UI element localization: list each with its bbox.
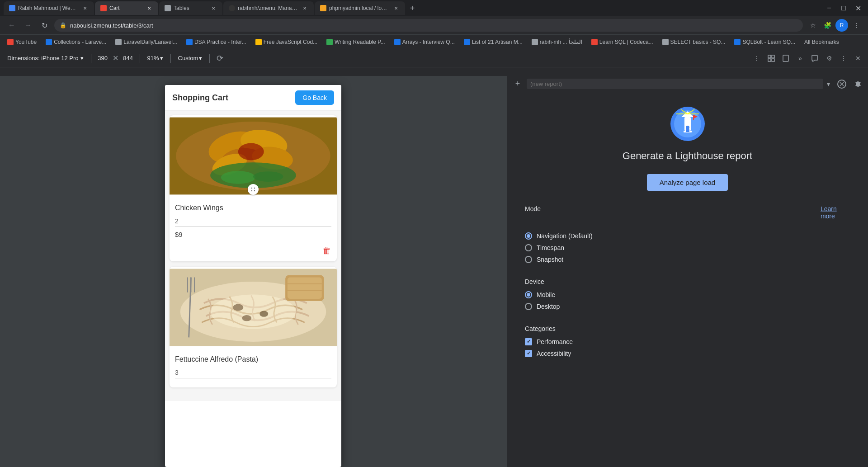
more-tools-button[interactable]: » [794, 52, 807, 65]
tab-close-2[interactable]: ✕ [146, 5, 153, 12]
svg-point-24 [259, 311, 268, 317]
bookmark-all[interactable]: All Bookmarks [801, 38, 843, 46]
bookmark-js[interactable]: Free JavaScript Cod... [252, 38, 321, 46]
close-devtools-button[interactable]: ✕ [852, 52, 864, 65]
bookmark-star-button[interactable]: ☆ [807, 19, 819, 32]
analyze-button[interactable]: Analyze page load [647, 174, 728, 191]
maximize-button[interactable]: □ [837, 2, 850, 14]
tab-1[interactable]: Rabih Mahmoud | Web Develop... ✕ [4, 1, 94, 15]
address-right-controls: ☆ 🧩 R ⋮ [807, 19, 863, 32]
bookmark-laraveldaily[interactable]: LaravelDaily/Laravel... [112, 38, 181, 46]
chat-button[interactable] [808, 52, 821, 65]
category-performance[interactable]: ✓ Performance [525, 338, 850, 345]
mode-navigation-radio[interactable] [525, 232, 532, 240]
height-input[interactable]: 844 [120, 55, 136, 61]
svg-point-23 [233, 304, 243, 311]
svg-rect-1 [772, 55, 774, 58]
custom-chevron-icon: ▾ [199, 55, 202, 61]
tab-close-3[interactable]: ✕ [210, 5, 217, 12]
bookmark-rabih[interactable]: rabih-mh ... الملجأ [528, 38, 586, 46]
category-accessibility-checkbox[interactable]: ✓ [525, 350, 532, 357]
bookmark-label-select: SELECT basics - SQ... [670, 39, 726, 45]
device-desktop[interactable]: Desktop [525, 303, 850, 310]
new-report-input[interactable] [527, 79, 823, 89]
custom-selector[interactable]: Custom ▾ [175, 53, 206, 63]
bookmark-label-dsa: DSA Practice - Inter... [194, 39, 246, 45]
tab-2[interactable]: Cart ✕ [95, 1, 158, 15]
device-mobile-radio[interactable] [525, 291, 532, 298]
tab-close-4[interactable]: ✕ [301, 5, 308, 12]
bookmark-label-sql: Learn SQL | Codeca... [599, 39, 653, 45]
bookmark-arrays[interactable]: Arrays - Interview Q... [391, 38, 458, 46]
bookmark-sqlbolt[interactable]: SQLBolt - Learn SQ... [731, 38, 799, 46]
zoom-value: 91% [147, 55, 159, 61]
forward-button[interactable]: → [22, 19, 34, 32]
mode-snapshot[interactable]: Snapshot [525, 256, 850, 263]
bookmark-artisan[interactable]: List of 21 Artisan M... [460, 38, 526, 46]
panel-add-button[interactable]: + [512, 79, 523, 90]
bookmark-youtube[interactable]: YouTube [4, 38, 40, 46]
tab-close-1[interactable]: ✕ [81, 5, 89, 12]
device-mobile[interactable]: Mobile [525, 291, 850, 298]
mode-timespan-radio[interactable] [525, 244, 532, 251]
bookmark-dsa[interactable]: DSA Practice - Inter... [183, 38, 250, 46]
dimensions-selector[interactable]: Dimensions: iPhone 12 Pro ▾ [4, 53, 87, 63]
go-back-button[interactable]: Go Back [295, 90, 334, 105]
settings-button[interactable]: ⚙ [823, 52, 835, 65]
svg-rect-27 [288, 278, 322, 299]
panel-settings-button[interactable] [854, 80, 863, 89]
tab-5[interactable]: phpmyadmin.local / localhost /... ✕ [315, 1, 405, 15]
panel-more-button[interactable]: ⋮ [837, 52, 850, 65]
learn-more-link[interactable]: Learn more [821, 205, 850, 220]
device-desktop-radio[interactable] [525, 303, 532, 310]
profile-button[interactable]: R [835, 19, 848, 32]
category-accessibility[interactable]: ✓ Accessibility [525, 350, 850, 357]
tab-3[interactable]: Tables ✕ [159, 1, 222, 15]
device-toolbar-button[interactable] [779, 52, 792, 65]
mode-timespan[interactable]: Timespan [525, 244, 850, 251]
svg-point-15 [253, 171, 283, 182]
categories-label: Categories [525, 325, 556, 332]
bookmark-label-collections: Collections - Larave... [54, 39, 106, 45]
mode-snapshot-radio[interactable] [525, 256, 532, 263]
item-1-delete-button[interactable]: 🗑 [322, 245, 331, 256]
tab-close-5[interactable]: ✕ [392, 5, 400, 12]
close-button[interactable]: ✕ [852, 2, 864, 14]
item-1-quantity[interactable]: 2 [175, 216, 331, 227]
bookmark-sql[interactable]: Learn SQL | Codeca... [588, 38, 657, 46]
rotate-button[interactable]: ⟳ [213, 52, 226, 65]
url-bar[interactable]: 🔒 naboulsi.zmenu.test/table/3/cart [54, 19, 803, 32]
bookmark-writing[interactable]: Writing Readable P... [323, 38, 389, 46]
item-2-quantity[interactable] [175, 367, 331, 378]
mode-navigation[interactable]: Navigation (Default) [525, 232, 850, 240]
select-element-button[interactable] [765, 52, 778, 65]
bookmark-favicon-laraveldaily [115, 39, 122, 45]
tab-4[interactable]: rabihmh/zmenu: Manage your... ✕ [223, 1, 314, 15]
zoom-selector[interactable]: 91% ▾ [144, 53, 167, 63]
extensions-button[interactable]: 🧩 [821, 19, 834, 32]
minimize-button[interactable]: − [823, 2, 835, 14]
category-performance-checkbox[interactable]: ✓ [525, 338, 532, 345]
new-tab-button[interactable]: + [406, 2, 419, 14]
bookmark-select[interactable]: SELECT basics - SQ... [659, 38, 729, 46]
bookmark-favicon-select [662, 39, 669, 45]
bookmark-favicon-sql [591, 39, 598, 45]
categories-checkbox-group: ✓ Performance ✓ Accessibility [525, 338, 850, 357]
panel-header: + ▾ [507, 76, 868, 92]
panel-cancel-button[interactable] [837, 80, 846, 89]
cart-item-1: Chicken Wings 2 $9 🗑 [170, 115, 337, 261]
lighthouse-logo [670, 106, 706, 142]
tab-favicon-5 [320, 5, 326, 11]
panel-filter-button[interactable]: ▾ [827, 80, 830, 88]
cart-page-title: Shopping Cart [172, 93, 228, 103]
toolbar-separator-1 [91, 54, 91, 63]
back-button[interactable]: ← [5, 19, 18, 32]
more-options-button[interactable]: ⋮ [750, 52, 763, 65]
width-input[interactable]: 390 [95, 55, 111, 61]
item-1-price: $9 [175, 231, 331, 238]
lighthouse-content: Generate a Lighthouse report Analyze pag… [507, 92, 868, 467]
reload-button[interactable]: ↻ [38, 19, 51, 32]
more-button[interactable]: ⋮ [850, 19, 863, 32]
device-radio-group: Mobile Desktop [525, 291, 850, 310]
bookmark-collections[interactable]: Collections - Larave... [42, 38, 110, 46]
